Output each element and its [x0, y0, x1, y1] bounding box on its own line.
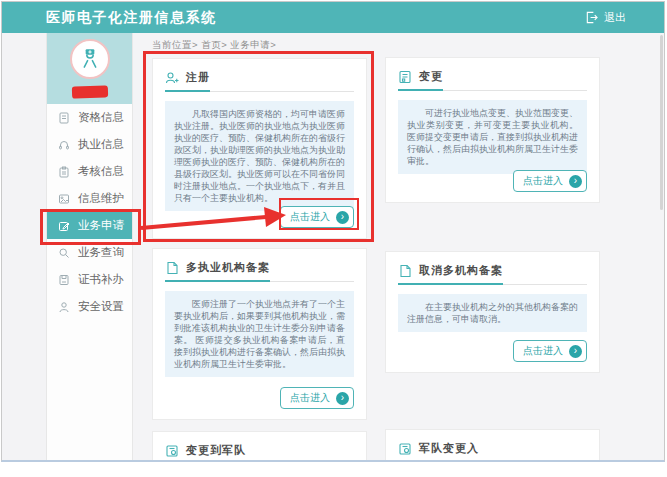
- logout-label: 退出: [604, 10, 626, 25]
- card-change: 变更 可进行执业地点变更、执业范围变更、执业类别变更，并可变更主要执业机构。 医…: [385, 57, 600, 203]
- form-icon: [398, 70, 412, 84]
- arrow-circle-icon: ›: [569, 175, 582, 188]
- sidebar-item-assessment[interactable]: 考核信息: [47, 158, 132, 185]
- edit-icon: [58, 220, 70, 232]
- user-icon: [58, 301, 70, 313]
- enter-button-register[interactable]: 点击进入 ›: [280, 206, 354, 228]
- sidebar-menu: 资格信息 执业信息 考核信息: [47, 104, 132, 320]
- sidebar-item-business-query[interactable]: 业务查询: [47, 239, 132, 266]
- scrollbar-thumb[interactable]: [660, 35, 663, 210]
- card-title: 变更: [419, 69, 443, 84]
- image-icon: [58, 193, 70, 205]
- card-description: 在主要执业机构之外的其他机构备案的注册信息，可申请取消。: [398, 294, 587, 332]
- left-gutter: [2, 33, 46, 460]
- stamp-icon: [398, 442, 412, 456]
- card-cancel-multi-filing: 取消多机构备案 在主要执业机构之外的其他机构备案的注册信息，可申请取消。 点击进…: [385, 251, 600, 373]
- top-header: 医师电子化注册信息系统 退出: [2, 2, 664, 33]
- browser-viewport: 医师电子化注册信息系统 退出: [1, 1, 665, 462]
- card-multi-institution-filing: 多执业机构备案 医师注册了一个执业地点并有了一个主要执业机构后，如果要到其他机构…: [152, 248, 367, 420]
- card-description: 凡取得国内医师资格的，均可申请医师执业注册。执业医师的执业地点为执业医师执业的医…: [165, 101, 354, 211]
- sidebar-item-qualification[interactable]: 资格信息: [47, 104, 132, 131]
- card-title: 军队变更入: [419, 441, 479, 456]
- search-icon: [58, 247, 70, 259]
- redacted-username: [71, 85, 107, 98]
- clipboard-icon: [58, 166, 70, 178]
- card-register: 注册 凡取得国内医师资格的，均可申请医师执业注册。执业医师的执业地点为执业医师执…: [152, 58, 367, 239]
- page-fold-icon: [165, 261, 179, 275]
- add-user-icon: [165, 71, 179, 85]
- card-military-change-in: 军队变更入: [385, 429, 600, 462]
- card-description: 医师注册了一个执业地点并有了一个主要执业机构后，如果要到其他机构执业，需到批准该…: [165, 291, 354, 377]
- card-title: 取消多机构备案: [419, 263, 503, 278]
- page-fold-icon: [398, 264, 412, 278]
- enter-button-change[interactable]: 点击进入 ›: [513, 170, 587, 192]
- sidebar-item-certificate-reissue[interactable]: 证书补办: [47, 266, 132, 293]
- avatar: [70, 39, 110, 79]
- sidebar-item-business-application[interactable]: 业务申请: [47, 212, 132, 239]
- arrow-circle-icon: ›: [336, 211, 349, 224]
- stamp-icon: [165, 444, 179, 458]
- document-icon: [58, 112, 70, 124]
- card-change-to-military: 变更到军队: [152, 431, 367, 462]
- card-title: 多执业机构备案: [186, 260, 270, 275]
- sidebar: 资格信息 执业信息 考核信息: [46, 33, 133, 460]
- arrow-circle-icon: ›: [336, 392, 349, 405]
- profile-panel: [47, 33, 132, 104]
- card-description: 可进行执业地点变更、执业范围变更、执业类别变更，并可变更主要执业机构。 医师提交…: [398, 100, 587, 174]
- breadcrumb: 当前位置> 首页> 业务申请>: [152, 39, 276, 52]
- card-title: 变更到军队: [186, 443, 246, 458]
- enter-button-multi-filing[interactable]: 点击进入 ›: [280, 387, 354, 409]
- certificate-icon: [58, 274, 70, 286]
- card-title: 注册: [186, 70, 210, 85]
- sidebar-item-security-settings[interactable]: 安全设置: [47, 293, 132, 320]
- headset-icon: [58, 139, 70, 151]
- logout-icon: [585, 11, 598, 24]
- doctor-avatar-icon: [77, 46, 103, 72]
- sidebar-item-info-maintenance[interactable]: 信息维护: [47, 185, 132, 212]
- enter-button-cancel-filing[interactable]: 点击进入 ›: [513, 340, 587, 362]
- sidebar-item-practice[interactable]: 执业信息: [47, 131, 132, 158]
- app-title: 医师电子化注册信息系统: [46, 9, 217, 27]
- logout-button[interactable]: 退出: [585, 2, 626, 33]
- arrow-circle-icon: ›: [569, 345, 582, 358]
